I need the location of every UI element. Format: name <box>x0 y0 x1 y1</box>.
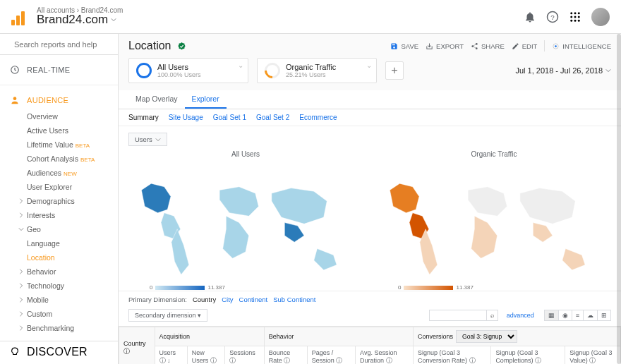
nav-overview[interactable]: Overview <box>0 109 118 123</box>
subtab-site-usage[interactable]: Site Usage <box>169 114 203 121</box>
dim-continent[interactable]: Continent <box>239 296 268 303</box>
svg-point-10 <box>578 19 580 21</box>
nav-realtime[interactable]: REAL-TIME <box>0 61 118 79</box>
subtab-goal1[interactable]: Goal Set 1 <box>213 114 246 121</box>
col-g3c[interactable]: Signup (Goal 3 Completions) ⓘ <box>491 346 565 365</box>
col-users[interactable]: Users ⓘ ↓ <box>155 346 187 365</box>
nav-mobile[interactable]: Mobile <box>0 293 118 307</box>
export-button[interactable]: EXPORT <box>426 42 464 50</box>
ga-logo <box>11 8 28 25</box>
segment-organic[interactable]: Organic Traffic25.21% Users ⌄ <box>257 58 377 83</box>
map-title-b: Organic Traffic <box>377 150 611 158</box>
advanced-link[interactable]: advanced <box>507 312 534 319</box>
svg-text:?: ? <box>550 13 555 20</box>
nav-cohort[interactable]: Cohort AnalysisBETA <box>0 152 118 166</box>
page-title: Location <box>128 40 171 52</box>
conversion-select[interactable]: Goal 3: Signup <box>456 330 517 343</box>
col-asd[interactable]: Avg. Session Duration ⓘ <box>356 346 414 365</box>
dim-subcontinent[interactable]: Sub Continent <box>273 296 315 303</box>
col-bounce[interactable]: Bounce Rate ⓘ <box>264 346 307 365</box>
dim-label: Primary Dimension: <box>128 296 187 303</box>
chevron-down-icon: ⌄ <box>366 61 372 69</box>
nav-user-explorer[interactable]: User Explorer <box>0 180 118 194</box>
col-sessions[interactable]: Sessions ⓘ <box>225 346 265 365</box>
dim-city[interactable]: City <box>222 296 233 303</box>
secondary-dimension[interactable]: Secondary dimension ▾ <box>128 309 207 322</box>
date-range-picker[interactable]: Jul 1, 2018 - Jul 26, 2018 <box>515 66 611 75</box>
svg-point-3 <box>574 12 577 14</box>
pencil-icon <box>512 42 519 50</box>
edit-button[interactable]: EDIT <box>512 42 538 50</box>
subtab-goal2[interactable]: Goal Set 2 <box>256 114 289 121</box>
save-button[interactable]: SAVE <box>390 42 418 50</box>
table-search[interactable]: ⌕ <box>429 310 498 321</box>
nav-location[interactable]: Location <box>0 250 118 265</box>
nav-demographics[interactable]: Demographics <box>0 194 118 208</box>
save-icon <box>390 42 398 50</box>
search-icon[interactable]: ⌕ <box>486 310 498 320</box>
share-icon <box>471 42 478 50</box>
account-selector[interactable]: Brand24.com <box>37 13 524 27</box>
col-country[interactable]: Country ⓘ <box>119 327 155 365</box>
col-group-beh: Behavior <box>264 327 413 346</box>
nav-custom[interactable]: Custom <box>0 307 118 321</box>
nav-lifetime[interactable]: Lifetime ValueBETA <box>0 138 118 152</box>
apps-icon[interactable] <box>569 11 581 23</box>
col-g3r[interactable]: Signup (Goal 3 Conversion Rate) ⓘ <box>414 346 491 365</box>
col-group-acq: Acquisition <box>155 327 264 346</box>
scrollbar[interactable] <box>617 34 621 364</box>
metric-selector[interactable]: Users <box>128 133 167 146</box>
nav-technology[interactable]: Technology <box>0 279 118 293</box>
legend-a: 0 11.387 <box>128 284 363 291</box>
intelligence-button[interactable]: INTELLIGENCE <box>552 42 611 50</box>
svg-point-8 <box>570 19 572 21</box>
nav-discover[interactable]: DISCOVER <box>0 341 118 363</box>
nav-active-users[interactable]: Active Users <box>0 123 118 138</box>
avatar[interactable] <box>591 8 610 26</box>
user-icon <box>10 95 20 105</box>
svg-point-17 <box>471 45 474 47</box>
bell-icon[interactable] <box>524 11 536 23</box>
svg-point-6 <box>574 16 577 18</box>
share-button[interactable]: SHARE <box>471 42 505 50</box>
nav-language[interactable]: Language <box>0 236 118 250</box>
world-map-all-users[interactable] <box>128 161 363 284</box>
tab-map-overlay[interactable]: Map Overlay <box>128 90 185 109</box>
verified-icon <box>177 42 186 51</box>
col-g3v[interactable]: Signup (Goal 3 Value) ⓘ <box>565 346 621 365</box>
export-icon <box>426 42 433 50</box>
svg-point-5 <box>570 16 572 18</box>
col-new[interactable]: New Users ⓘ <box>187 346 224 365</box>
nav-audience[interactable]: AUDIENCE <box>0 91 118 109</box>
subtab-ecommerce[interactable]: Ecommerce <box>299 114 337 121</box>
intel-icon <box>552 42 560 50</box>
col-group-conv[interactable]: ConversionsGoal 3: Signup <box>414 327 621 346</box>
tab-explorer[interactable]: Explorer <box>185 90 227 109</box>
help-icon[interactable]: ? <box>546 11 559 23</box>
clock-icon <box>10 65 20 75</box>
svg-point-14 <box>13 97 17 100</box>
svg-point-19 <box>555 45 557 47</box>
svg-point-4 <box>578 12 580 14</box>
nav-interests[interactable]: Interests <box>0 208 118 222</box>
svg-point-18 <box>476 47 478 49</box>
nav-audiences[interactable]: AudiencesNEW <box>0 166 118 180</box>
search-input[interactable] <box>14 40 111 49</box>
view-toggle[interactable]: ▦◉≡☁⊞ <box>544 310 611 321</box>
world-map-organic[interactable] <box>377 161 611 284</box>
map-title-a: All Users <box>128 150 363 158</box>
chevron-down-icon: ⌄ <box>238 61 243 69</box>
dim-country[interactable]: Country <box>193 296 216 303</box>
svg-point-2 <box>570 12 572 14</box>
nav-behavior[interactable]: Behavior <box>0 265 118 279</box>
add-segment-button[interactable]: + <box>385 61 404 80</box>
col-pps[interactable]: Pages / Session ⓘ <box>307 346 355 365</box>
svg-point-16 <box>476 42 478 44</box>
nav-geo[interactable]: Geo <box>0 222 118 236</box>
segment-all-users[interactable]: All Users100.00% Users ⌄ <box>128 58 248 83</box>
bulb-icon <box>10 347 20 357</box>
nav-benchmarking[interactable]: Benchmarking <box>0 321 118 335</box>
data-table: Country ⓘ Acquisition Behavior Conversio… <box>119 327 621 364</box>
legend-b: 0 11.387 <box>377 284 611 291</box>
subtab-summary[interactable]: Summary <box>128 114 159 121</box>
